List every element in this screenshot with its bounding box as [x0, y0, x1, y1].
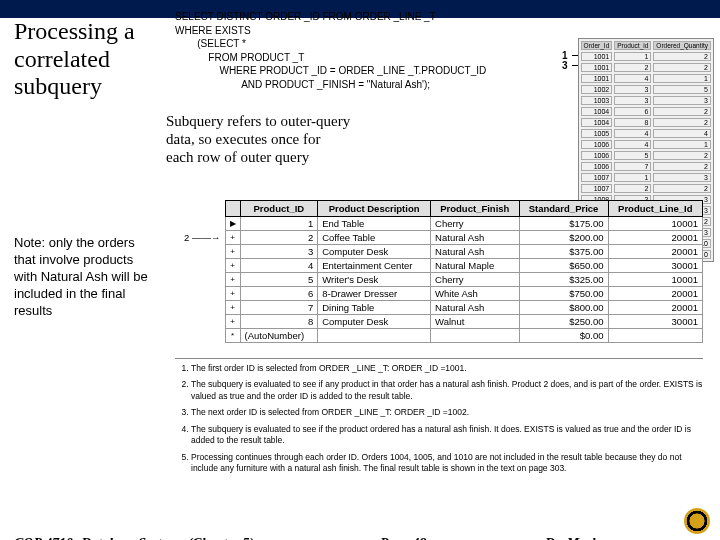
- order-row: 100652: [581, 151, 711, 160]
- step-item: The next order ID is selected from ORDER…: [191, 407, 703, 418]
- sql-code: SELECT DISTINCT ORDER _ID FROM ORDER _LI…: [175, 10, 565, 91]
- footer-author: Dr. Mark: [545, 536, 599, 540]
- step-item: The first order ID is selected from ORDE…: [191, 363, 703, 374]
- footer-page: Page 48: [380, 536, 426, 540]
- subquery-caption: Subquery refers to outer-query data, so …: [166, 112, 351, 166]
- product-row: ▶1End TableCherry$175.0010001: [175, 217, 703, 231]
- step-item: Processing continues through each order …: [191, 452, 703, 475]
- product-table: Product_IDProduct DescriptionProduct_Fin…: [175, 200, 703, 343]
- order-row: 100482: [581, 118, 711, 127]
- order-header: Ordered_Quantity: [653, 41, 711, 50]
- order-row: 100333: [581, 96, 711, 105]
- order-row: 100713: [581, 173, 711, 182]
- product-header: Product_Finish: [431, 201, 519, 217]
- product-row: +7Dining TableNatural Ash$800.0020001: [175, 301, 703, 315]
- product-header: Product_Line_Id: [608, 201, 702, 217]
- footer-course: COP 4710: Database Systems (Chapter 5): [14, 536, 254, 540]
- side-note: Note: only the orders that involve produ…: [14, 235, 152, 319]
- product-header: Product Description: [318, 201, 431, 217]
- product-row: +3Computer DeskNatural Ash$375.0020001: [175, 245, 703, 259]
- slide-title: Processing a correlated subquery: [14, 18, 164, 101]
- order-row: 100112: [581, 52, 711, 61]
- order-row: 100235: [581, 85, 711, 94]
- order-row: 100462: [581, 107, 711, 116]
- order-row: 100141: [581, 74, 711, 83]
- product-row: +68-Drawer DresserWhite Ash$750.0020001: [175, 287, 703, 301]
- product-row: 2 ——→+2Coffee TableNatural Ash$200.00200…: [175, 231, 703, 245]
- processing-steps: The first order ID is selected from ORDE…: [175, 358, 703, 480]
- product-row: +4Entertainment CenterNatural Maple$650.…: [175, 259, 703, 273]
- product-row-new: *(AutoNumber)$0.00: [175, 329, 703, 343]
- product-row: +8Computer DeskWalnut$250.0030001: [175, 315, 703, 329]
- product-header: Product_ID: [240, 201, 318, 217]
- order-row: 100722: [581, 184, 711, 193]
- order-row: 100641: [581, 140, 711, 149]
- order-row: 100122: [581, 63, 711, 72]
- step-item: The subquery is evaluated to see if the …: [191, 424, 703, 447]
- order-row: 100672: [581, 162, 711, 171]
- product-header: Standard_Price: [519, 201, 608, 217]
- product-row: +5Writer's DeskCherry$325.0010001: [175, 273, 703, 287]
- order-header: Product_id: [614, 41, 651, 50]
- order-header: Order_Id: [581, 41, 613, 50]
- callout-3: 3: [562, 60, 568, 71]
- step-item: The subquery is evaluated to see if any …: [191, 379, 703, 402]
- order-row: 100544: [581, 129, 711, 138]
- ucf-logo-icon: [684, 508, 710, 534]
